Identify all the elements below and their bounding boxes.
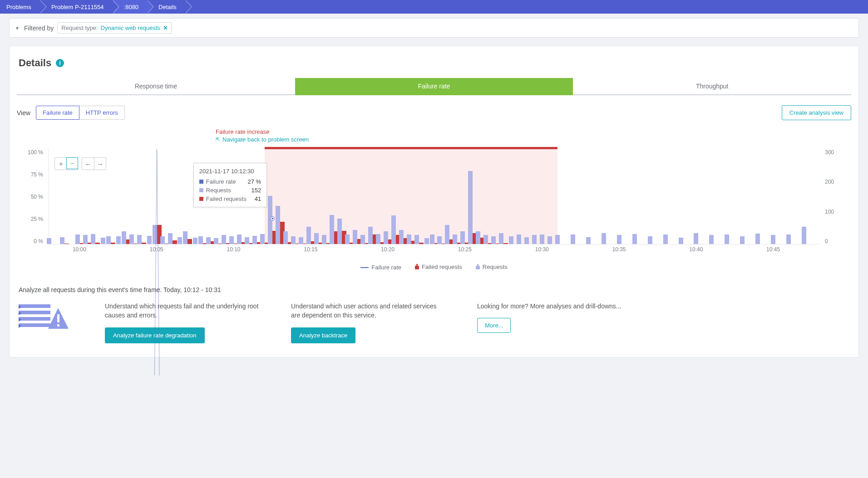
navigate-back-link[interactable]: ⇱ Navigate back to problem screen <box>216 136 849 143</box>
event-annotation-title: Failure rate increase <box>216 128 849 135</box>
chart: Failure rate increase ⇱ Navigate back to… <box>19 128 849 271</box>
more-button[interactable]: More... <box>477 318 511 333</box>
legend-failed-requests[interactable]: Failed requests <box>415 263 462 271</box>
view-segment-http-errors[interactable]: HTTP errors <box>79 106 125 120</box>
swatch-failed-icon <box>199 197 203 201</box>
svg-rect-2 <box>19 317 50 321</box>
filter-label: Filtered by <box>24 24 54 32</box>
zoom-in-button[interactable]: ＋ <box>55 158 67 170</box>
info-icon[interactable]: i <box>56 59 64 67</box>
filter-icon: ▾ <box>14 25 20 31</box>
create-analysis-view-button[interactable]: Create analysis view <box>782 105 851 120</box>
swatch-requests-icon <box>199 188 203 192</box>
details-card: Details i Response timeFailure rateThrou… <box>9 46 859 357</box>
svg-rect-1 <box>19 311 50 314</box>
degradation-illustration-icon <box>19 302 73 331</box>
chart-tooltip: 2021-11-17 10:12:30 Failure rate 27 % Re… <box>193 163 267 207</box>
hover-marker-icon <box>271 217 274 220</box>
svg-rect-6 <box>57 324 59 327</box>
external-link-icon: ⇱ <box>216 137 220 142</box>
svg-rect-0 <box>19 304 50 308</box>
analyze-failure-degradation-button[interactable]: Analyze failure rate degradation <box>105 327 205 343</box>
actions-row: Understand which requests fail and the u… <box>19 302 849 343</box>
analyze-backtrace-button[interactable]: Analyze backtrace <box>291 327 355 343</box>
x-axis: 10:0010:0510:1010:1510:2010:2510:3010:35… <box>49 246 819 258</box>
chart-plot[interactable]: 100 %75 %50 %25 %0 % 3002001000 ＋ － ← → <box>19 149 849 258</box>
filter-chip-value: Dynamic web requests <box>101 24 161 31</box>
action-more: Looking for more? More analyses and dril… <box>477 302 621 333</box>
view-label: View <box>17 109 30 117</box>
tooltip-title: 2021-11-17 10:12:30 <box>199 168 261 175</box>
metric-tabs: Response timeFailure rateThroughput <box>17 78 851 95</box>
breadcrumb: ProblemsProblem P-2111554:8080Details <box>0 0 868 14</box>
pan-left-button[interactable]: ← <box>82 158 94 170</box>
tab-throughput[interactable]: Throughput <box>573 78 851 95</box>
filter-chip-key: Request type: <box>61 24 98 31</box>
legend-requests[interactable]: Requests <box>476 263 508 271</box>
event-band <box>265 147 557 244</box>
chart-legend: Failure rate Failed requests Requests <box>19 263 849 271</box>
filter-bar: ▾ Filtered by Request type: Dynamic web … <box>9 18 859 38</box>
swatch-failure-rate-icon <box>199 180 203 184</box>
svg-rect-3 <box>19 323 50 327</box>
view-segments: Failure rateHTTP errors <box>36 106 125 120</box>
filter-chip-remove-icon[interactable]: ✕ <box>163 24 168 31</box>
svg-rect-5 <box>57 314 59 322</box>
zoom-out-button[interactable]: － <box>66 157 78 169</box>
pan-right-button[interactable]: → <box>94 158 106 170</box>
view-segment-failure-rate[interactable]: Failure rate <box>36 106 79 120</box>
page-title: Details <box>19 57 51 69</box>
filter-chip[interactable]: Request type: Dynamic web requests ✕ <box>57 22 172 34</box>
action-backtrace: Understand which user actions and relate… <box>291 302 445 343</box>
bars-layer <box>49 149 819 244</box>
legend-failure-rate[interactable]: Failure rate <box>360 264 401 271</box>
tab-response-time[interactable]: Response time <box>17 78 295 95</box>
chart-zoom-controls: ＋ － ← → <box>54 157 106 170</box>
action-failure-degradation: Understand which requests fail and the u… <box>105 302 259 343</box>
y-axis-left: 100 %75 %50 %25 %0 % <box>19 149 46 244</box>
breadcrumb-item[interactable]: Problem P-2111554 <box>39 0 112 14</box>
breadcrumb-item[interactable]: Problems <box>0 0 39 14</box>
y-axis-right: 3002001000 <box>822 149 849 244</box>
plot-area[interactable]: ＋ － ← → 2021-11-17 10:12:30 Failure rate <box>49 149 819 244</box>
analyze-note: Analyze all requests during this event's… <box>19 286 849 293</box>
tab-failure-rate[interactable]: Failure rate <box>295 78 573 95</box>
